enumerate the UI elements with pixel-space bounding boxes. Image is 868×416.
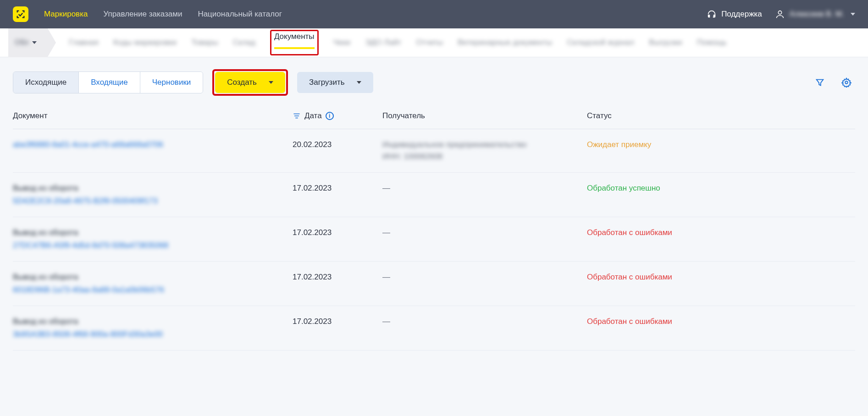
load-button[interactable]: Загрузить <box>297 72 373 93</box>
filter-button[interactable] <box>811 74 829 91</box>
doc-link[interactable]: abe3f6880-8a01-4cce-a470-a68a668a0706 <box>13 140 293 149</box>
chevron-down-icon <box>851 13 855 16</box>
doc-title: Вывод из оборота <box>13 228 293 237</box>
subtab-2[interactable]: Товары <box>191 30 218 55</box>
documents-table: Документ Дата i Получатель Статус abe3f6… <box>0 103 868 361</box>
info-icon[interactable]: i <box>326 112 334 120</box>
toolbar: Исходящие Входящие Черновики Создать Заг… <box>0 57 868 103</box>
create-label: Создать <box>227 78 257 87</box>
status-cell: Обработан успешно <box>587 184 855 206</box>
load-label: Загрузить <box>309 78 345 87</box>
col-date-label: Дата <box>304 111 322 120</box>
subtab-0[interactable]: Главная <box>69 30 99 55</box>
filter-icon <box>815 77 825 88</box>
topbar-right: Поддержка Алексеев В. М. <box>707 9 855 19</box>
status-cell: Ожидает приемку <box>587 140 855 161</box>
user-name: Алексеев В. М. <box>790 10 844 19</box>
col-status[interactable]: Статус <box>587 111 855 120</box>
table-row[interactable]: Вывод из оборота5D42E2C8-20a8-4875-B2f8-… <box>13 173 855 217</box>
user-icon <box>775 9 785 19</box>
topbar: Маркировка Управление заказами Националь… <box>0 0 868 28</box>
doc-cell: abe3f6880-8a01-4cce-a470-a68a668a0706 <box>13 140 293 161</box>
subtab-4[interactable]: Документы <box>274 24 315 49</box>
recipient-cell: Индивидуальное предпринимательствоИНН: 1… <box>382 140 587 161</box>
date-cell: 17.02.2023 <box>293 273 382 295</box>
date-cell: 20.02.2023 <box>293 140 382 161</box>
app-logo[interactable] <box>13 6 28 22</box>
table-row[interactable]: Вывод из оборота6018D96B-1a73-40aa-8a88-… <box>13 262 855 306</box>
doc-link[interactable]: 3b9SA3B3-8508-4f68-900a-800Fd30a3e00 <box>13 330 293 339</box>
doc-cell: Вывод из оборота6018D96B-1a73-40aa-8a88-… <box>13 273 293 295</box>
subtab-8[interactable]: Ветеринарные документы <box>458 30 552 55</box>
breadcrumb-label: Обл <box>15 38 28 47</box>
recipient-line: Индивидуальное предпринимательство <box>382 140 587 149</box>
recipient-cell: — <box>382 273 587 295</box>
svg-point-0 <box>778 11 781 14</box>
table-row[interactable]: Вывод из оборота27DC47B6-A5f9-4d5d-8d70-… <box>13 217 855 262</box>
doc-title: Вывод из оборота <box>13 273 293 282</box>
doc-title: Вывод из оборота <box>13 317 293 326</box>
status-cell: Обработан с ошибками <box>587 317 855 339</box>
doc-cell: Вывод из оборота27DC47B6-A5f9-4d5d-8d70-… <box>13 228 293 250</box>
seg-drafts[interactable]: Черновики <box>140 72 203 93</box>
subtab-10[interactable]: Выгрузки <box>649 30 682 55</box>
subnav: Обл ГлавнаяКоды маркировкиТоварыСкладДок… <box>0 28 868 57</box>
date-cell: 17.02.2023 <box>293 317 382 339</box>
svg-point-1 <box>845 81 848 84</box>
seg-outgoing[interactable]: Исходящие <box>13 72 79 93</box>
table-header: Документ Дата i Получатель Статус <box>13 103 855 129</box>
recipient-cell: — <box>382 184 587 206</box>
doc-title: Вывод из оборота <box>13 184 293 193</box>
seg-incoming[interactable]: Входящие <box>79 72 140 93</box>
subtab-6[interactable]: ЭДО Лайт <box>365 30 401 55</box>
chevron-down-icon <box>32 41 37 44</box>
col-date[interactable]: Дата i <box>293 111 382 120</box>
table-row[interactable]: Вывод из оборота3b9SA3B3-8508-4f68-900a-… <box>13 306 855 350</box>
status-cell: Обработан с ошибками <box>587 228 855 250</box>
subtab-11[interactable]: Помощь <box>697 30 727 55</box>
table-body: abe3f6880-8a01-4cce-a470-a68a668a070620.… <box>13 129 855 350</box>
chevron-down-icon <box>357 81 361 84</box>
col-document[interactable]: Документ <box>13 111 293 120</box>
subtab-5[interactable]: Чеки <box>333 30 351 55</box>
nav-orders[interactable]: Управление заказами <box>103 10 182 19</box>
subnav-tabs: ГлавнаяКоды маркировкиТоварыСкладДокумен… <box>69 30 727 55</box>
gear-icon <box>841 77 851 88</box>
chevron-down-icon <box>269 81 273 84</box>
doc-link[interactable]: 27DC47B6-A5f9-4d5d-8d70-508a473835068 <box>13 241 293 250</box>
create-button-highlight: Создать <box>212 69 288 96</box>
logo-icon <box>16 9 26 19</box>
nav-catalog[interactable]: Национальный каталог <box>198 10 282 19</box>
table-row[interactable]: abe3f6880-8a01-4cce-a470-a68a668a070620.… <box>13 129 855 173</box>
recipient-cell: — <box>382 228 587 250</box>
date-cell: 17.02.2023 <box>293 184 382 206</box>
nav-marking[interactable]: Маркировка <box>44 10 88 19</box>
support-link[interactable]: Поддержка <box>707 9 762 19</box>
user-menu[interactable]: Алексеев В. М. <box>775 9 855 19</box>
col-recipient[interactable]: Получатель <box>382 111 587 120</box>
subtab-1[interactable]: Коды маркировки <box>113 30 177 55</box>
recipient-cell: — <box>382 317 587 339</box>
tab-highlight: Документы <box>270 30 319 55</box>
doc-link[interactable]: 6018D96B-1a73-40aa-8a88-0a1a0b06b576 <box>13 285 293 295</box>
support-label: Поддержка <box>721 10 762 19</box>
headset-icon <box>707 9 717 19</box>
segment-control: Исходящие Входящие Черновики <box>13 71 203 93</box>
breadcrumb[interactable]: Обл <box>8 28 48 57</box>
doc-link[interactable]: 5D42E2C8-20a8-4875-B2f8-0500409f173 <box>13 197 293 206</box>
create-button[interactable]: Создать <box>215 72 285 93</box>
status-cell: Обработан с ошибками <box>587 273 855 295</box>
subtab-3[interactable]: Склад <box>233 30 255 55</box>
sort-icon <box>293 112 301 120</box>
settings-button[interactable] <box>838 74 855 91</box>
doc-cell: Вывод из оборота3b9SA3B3-8508-4f68-900a-… <box>13 317 293 339</box>
subtab-9[interactable]: Складской журнал <box>567 30 634 55</box>
date-cell: 17.02.2023 <box>293 228 382 250</box>
subtab-7[interactable]: Отчеты <box>416 30 443 55</box>
doc-cell: Вывод из оборота5D42E2C8-20a8-4875-B2f8-… <box>13 184 293 206</box>
recipient-line: ИНН: 100082608 <box>382 152 587 161</box>
top-nav: Маркировка Управление заказами Националь… <box>44 10 282 19</box>
